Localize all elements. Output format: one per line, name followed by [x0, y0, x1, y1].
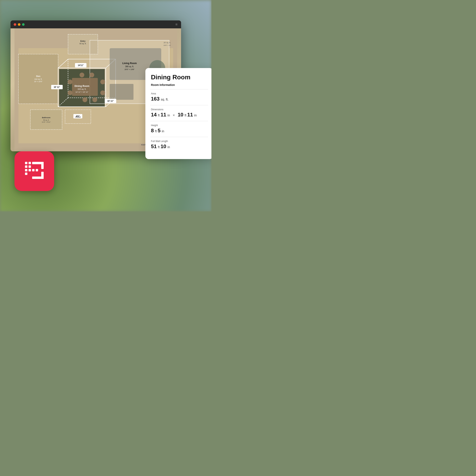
svg-point-28 [83, 97, 87, 102]
svg-rect-71 [36, 169, 38, 171]
svg-text:10' 11": 10' 11" [54, 86, 60, 88]
area-unit: sq. ft. [161, 98, 169, 101]
info-card: Dining Room Room Information Area 163 sq… [145, 68, 211, 159]
wall-row: Full Wall Length 51 ft 10 in [151, 140, 207, 150]
dim-w-ft: 14 [151, 112, 157, 118]
times-symbol: × [173, 113, 175, 117]
menu-icon[interactable]: ≡ [175, 22, 178, 27]
svg-text:Entry: Entry [80, 40, 85, 42]
dimensions-value: 14 ft 11 in × 10 ft 11 in [151, 112, 207, 118]
divider [150, 89, 208, 89]
dim-w-in: 11 [160, 112, 166, 118]
wall-value: 51 ft 10 in [151, 143, 207, 150]
dim-ft-unit-1: ft [158, 114, 160, 117]
app-icon[interactable] [15, 151, 54, 191]
svg-rect-61 [25, 165, 27, 168]
area-number: 163 [151, 96, 159, 102]
svg-text:25' sq. ft.: 25' sq. ft. [164, 42, 171, 44]
svg-rect-65 [25, 172, 27, 175]
area-row: Area 163 sq. ft. [151, 92, 207, 102]
height-in: 5 [158, 128, 160, 134]
height-ft: 8 [151, 128, 154, 134]
wall-in: 10 [160, 143, 166, 149]
svg-text:Dining Room: Dining Room [75, 85, 89, 87]
svg-rect-59 [25, 162, 27, 164]
main-container: ≡ [11, 20, 201, 191]
dim-h-in: 11 [187, 112, 193, 118]
svg-point-24 [100, 80, 105, 84]
svg-rect-63 [25, 169, 27, 171]
window-controls [14, 23, 25, 26]
svg-point-27 [89, 73, 94, 77]
section-label: Room Information [151, 83, 207, 86]
svg-text:10' × 15'5": 10' × 15'5" [34, 81, 42, 83]
dim-in-unit-2: in [194, 114, 197, 117]
svg-text:Bathroom: Bathroom [42, 117, 51, 119]
svg-text:11'3" × 5'11": 11'3" × 5'11" [42, 121, 51, 123]
close-button[interactable] [14, 23, 16, 26]
wall-ft-unit: ft [158, 145, 160, 149]
maximize-button[interactable] [22, 23, 25, 26]
svg-text:Closet: Closet [75, 116, 81, 118]
svg-text:163 sq. ft.: 163 sq. ft. [78, 88, 86, 90]
area-value: 163 sq. ft. [151, 96, 207, 102]
svg-rect-64 [29, 169, 31, 171]
svg-text:Living Room: Living Room [122, 62, 137, 65]
svg-point-23 [68, 90, 72, 95]
svg-rect-69 [41, 172, 44, 179]
window-titlebar: ≡ [11, 20, 181, 28]
svg-text:14'11": 14'11" [78, 64, 84, 67]
svg-rect-60 [29, 162, 31, 164]
svg-text:55 sq. ft.: 55 sq. ft. [80, 43, 86, 45]
wall-label: Full Wall Length [151, 140, 207, 143]
svg-point-26 [80, 73, 84, 77]
dim-in-unit-1: in [167, 114, 170, 117]
svg-point-25 [100, 90, 105, 95]
wall-in-unit: in [167, 145, 170, 149]
height-row: Height 8 ft 5 in [151, 124, 207, 134]
svg-text:14' 11" × 10' 11": 14' 11" × 10' 11" [75, 91, 88, 93]
svg-text:244 sq. ft.: 244 sq. ft. [34, 78, 42, 80]
height-label: Height [151, 124, 207, 127]
svg-point-29 [92, 97, 97, 102]
divider-3 [150, 121, 208, 121]
dim-ft-unit-2: ft [185, 114, 187, 117]
dim-h-ft: 10 [178, 112, 184, 118]
svg-text:18'8" × 14': 18'8" × 14' [163, 44, 171, 46]
svg-rect-31 [110, 84, 134, 100]
svg-text:20'0" × 19'8": 20'0" × 19'8" [125, 68, 135, 70]
dimensions-row: Dimensions 14 ft 11 in × 10 ft 11 in [151, 108, 207, 118]
height-in-unit: in [162, 130, 164, 133]
minimize-button[interactable] [18, 23, 20, 26]
svg-text:59 sq. ft.: 59 sq. ft. [43, 119, 49, 121]
room-title: Dining Room [151, 74, 207, 81]
svg-point-22 [68, 80, 72, 84]
divider-4 [150, 137, 208, 137]
dimensions-label: Dimensions [151, 108, 207, 111]
svg-rect-70 [32, 169, 34, 171]
height-value: 8 ft 5 in [151, 128, 207, 134]
svg-rect-62 [29, 165, 31, 168]
svg-rect-67 [41, 162, 44, 169]
app-icon-svg [23, 160, 45, 182]
svg-text:Den: Den [36, 75, 40, 77]
area-label: Area [151, 92, 207, 95]
height-ft-unit: ft [155, 130, 158, 133]
wall-ft: 51 [151, 143, 157, 149]
svg-text:10' 11": 10' 11" [107, 100, 114, 102]
svg-text:388 sq. ft.: 388 sq. ft. [125, 66, 134, 68]
